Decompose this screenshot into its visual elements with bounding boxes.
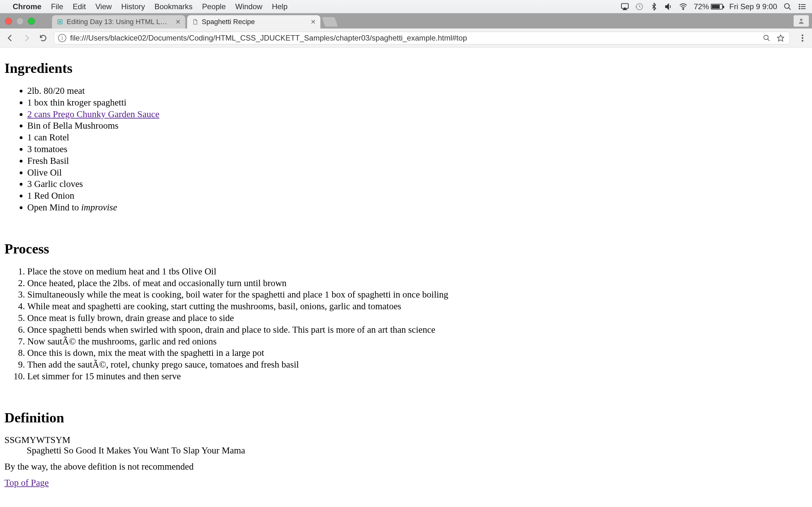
window-controls (5, 18, 35, 25)
chrome-tabbar: Editing Day 13: Using HTML L… ✕ Spaghett… (0, 13, 812, 29)
svg-point-4 (683, 8, 684, 9)
tab-2-favicon-icon (192, 18, 199, 25)
list-item: 2 cans Prego Chunky Garden Sauce (27, 109, 808, 120)
address-bar[interactable]: i file:///Users/blackice02/Documents/Cod… (54, 32, 790, 44)
svg-point-9 (799, 6, 800, 7)
tab-1-close-icon[interactable]: ✕ (175, 18, 181, 26)
svg-point-18 (802, 37, 803, 39)
list-item: Olive Oil (27, 167, 808, 178)
svg-point-11 (799, 8, 800, 9)
url-text: file:///Users/blackice02/Documents/Codin… (70, 34, 758, 43)
menubar-status: 72% Fri Sep 9 9:00 (621, 2, 806, 11)
tab-2-title: Spaghetti Recipe (202, 18, 307, 26)
tab-1-title: Editing Day 13: Using HTML L… (67, 18, 172, 26)
svg-marker-3 (665, 4, 669, 9)
svg-line-6 (789, 8, 791, 10)
svg-marker-16 (777, 35, 784, 41)
tab-1-favicon-icon (56, 18, 63, 25)
ingredients-list: 2lb. 80/20 meat1 box thin kroger spaghet… (27, 85, 808, 213)
menubar-datetime[interactable]: Fri Sep 9 9:00 (729, 2, 777, 11)
page-content: Ingredients 2lb. 80/20 meat1 box thin kr… (0, 48, 812, 507)
list-item: Fresh Basil (27, 155, 808, 166)
definition-term: SSGMYWTSYM (4, 435, 808, 445)
menu-people[interactable]: People (202, 2, 226, 11)
app-name-menu[interactable]: Chrome (13, 2, 42, 11)
menu-file[interactable]: File (51, 2, 63, 11)
list-item: Once spaghetti bends when swirled with s… (27, 324, 808, 335)
spotlight-icon[interactable] (783, 3, 792, 11)
list-item: Bin of Bella Mushrooms (27, 120, 808, 131)
menu-bookmarks[interactable]: Bookmarks (154, 2, 193, 11)
ingredient-link[interactable]: 2 cans Prego Chunky Garden Sauce (27, 109, 159, 119)
svg-line-15 (768, 39, 769, 41)
list-item: Once meat is fully brown, drain grease a… (27, 313, 808, 324)
battery-status[interactable]: 72% (694, 2, 723, 11)
svg-point-17 (802, 34, 803, 36)
definition-note: By the way, the above defition is not re… (4, 461, 808, 472)
tab-2[interactable]: Spaghetti Recipe ✕ (187, 15, 320, 29)
definition-desc: Spaghetti So Good It Makes You Want To S… (27, 445, 808, 456)
top-of-page-link[interactable]: Top of Page (4, 477, 49, 488)
definition-heading: Definition (4, 410, 808, 426)
list-item: Once heated, place the 2lbs. of meat and… (27, 278, 808, 289)
battery-percent: 72% (694, 2, 709, 11)
list-item: Open Mind to improvise (27, 202, 808, 213)
list-item: Place the stove on medium heat and 1 tbs… (27, 266, 808, 277)
tab-2-close-icon[interactable]: ✕ (310, 18, 316, 26)
ingredients-heading: Ingredients (4, 60, 808, 76)
bookmark-star-icon[interactable] (775, 33, 786, 43)
battery-icon (711, 4, 723, 9)
list-item: 1 Red Onion (27, 190, 808, 201)
list-item: 3 Garlic cloves (27, 178, 808, 189)
list-item: 1 box thin kroger spaghetti (27, 97, 808, 108)
back-button[interactable] (4, 32, 16, 44)
list-item: 3 tomatoes (27, 144, 808, 155)
list-item: While meat and spaghetti are cooking, st… (27, 301, 808, 312)
chrome-toolbar: i file:///Users/blackice02/Documents/Cod… (0, 29, 812, 48)
svg-point-7 (799, 4, 800, 5)
window-minimize-button[interactable] (16, 18, 23, 25)
menu-help[interactable]: Help (272, 2, 287, 11)
window-close-button[interactable] (5, 18, 12, 25)
tab-1[interactable]: Editing Day 13: Using HTML L… ✕ (52, 15, 185, 29)
macos-menubar: Chrome File Edit View History Bookmarks … (0, 0, 812, 13)
profile-button[interactable] (794, 15, 809, 26)
site-info-icon[interactable]: i (58, 34, 66, 42)
svg-point-14 (764, 35, 768, 40)
zoom-icon[interactable] (762, 33, 772, 43)
menu-window[interactable]: Window (235, 2, 262, 11)
process-list: Place the stove on medium heat and 1 tbs… (27, 266, 808, 382)
window-fullscreen-button[interactable] (28, 18, 35, 25)
list-item: Let simmer for 15 minutes and then serve (27, 371, 808, 382)
list-item: Simultaneously while the meat is cooking… (27, 289, 808, 300)
list-item: 1 can Rotel (27, 132, 808, 143)
timemachine-icon[interactable] (635, 3, 644, 11)
menu-history[interactable]: History (121, 2, 145, 11)
list-item: Now sautÃ© the mushrooms, garlic and red… (27, 336, 808, 347)
svg-point-19 (802, 40, 803, 41)
svg-marker-1 (623, 8, 627, 10)
chrome-menu-icon[interactable] (798, 33, 808, 43)
airplay-icon[interactable] (621, 3, 629, 11)
forward-button[interactable] (21, 32, 32, 44)
definition-list: SSGMYWTSYM Spaghetti So Good It Makes Yo… (4, 435, 808, 456)
list-item: 2lb. 80/20 meat (27, 85, 808, 96)
volume-icon[interactable] (664, 3, 673, 11)
new-tab-button[interactable] (322, 17, 338, 26)
process-heading: Process (4, 241, 808, 257)
menu-list-icon[interactable] (798, 3, 806, 11)
menu-view[interactable]: View (96, 2, 112, 11)
svg-point-5 (784, 3, 789, 8)
bluetooth-icon[interactable] (650, 3, 658, 11)
wifi-icon[interactable] (679, 3, 687, 11)
list-item: Once this is down, mix the meat with the… (27, 347, 808, 358)
menu-edit[interactable]: Edit (72, 2, 86, 11)
reload-button[interactable] (38, 32, 49, 44)
svg-point-13 (800, 19, 802, 21)
list-item: Then add the sautÃ©, rotel, chunky prego… (27, 359, 808, 370)
